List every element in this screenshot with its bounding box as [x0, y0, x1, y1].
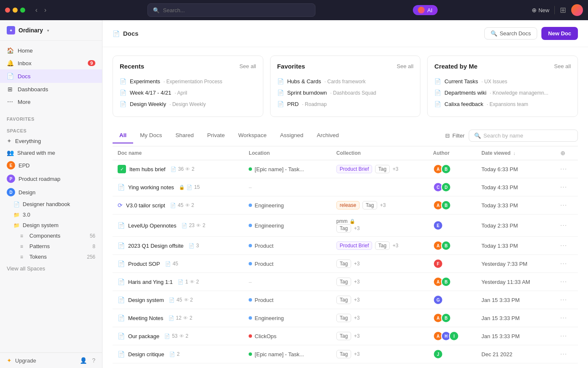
tab-my-docs[interactable]: My Docs [133, 128, 169, 143]
back-button[interactable]: ‹ [33, 5, 40, 15]
sidebar-item-shared[interactable]: 👥 Shared with me [0, 147, 102, 159]
tag[interactable]: Tag [336, 224, 351, 233]
tab-assigned[interactable]: Assigned [273, 128, 310, 143]
global-search-input[interactable] [163, 7, 310, 13]
tag[interactable]: Tag [375, 165, 390, 173]
row-options-icon[interactable]: ··· [560, 165, 567, 172]
created-by-me-see-all[interactable]: See all [554, 63, 571, 69]
add-column-icon[interactable]: ⊕ [560, 150, 565, 156]
list-item[interactable]: 📄 PRD · Roadmap [277, 98, 414, 110]
help-icon[interactable]: ? [92, 357, 95, 364]
minimize-dot[interactable] [13, 8, 18, 13]
list-item[interactable]: 📄 Week 4/17 - 4/21 · April [120, 87, 256, 98]
col-date-viewed[interactable]: Date viewed ↓ [476, 146, 555, 160]
sidebar-item-design[interactable]: D Design [0, 185, 102, 199]
doc-name-cell[interactable]: 📄 Product SOP 📄 45 [113, 255, 244, 273]
tag[interactable]: Product Brief [336, 165, 372, 173]
search-by-name[interactable]: 🔍 Search by name [469, 130, 578, 142]
sidebar-item-epd[interactable]: E EPD [0, 159, 102, 172]
list-item[interactable]: 📄 Design Weekly · Design Weekly [120, 98, 256, 110]
tab-all[interactable]: All [113, 128, 133, 143]
list-item[interactable]: 📄 Experiments · Experimentation Process [120, 76, 256, 87]
row-options-icon[interactable]: ··· [560, 222, 567, 229]
doc-icon: 📄 [118, 222, 125, 229]
tree-item-designer-handbook[interactable]: 📄 Designer handbook [0, 199, 102, 209]
sidebar-item-more[interactable]: ⋯ More [0, 95, 102, 108]
tab-archived[interactable]: Archived [310, 128, 346, 143]
doc-name-cell[interactable]: 📄 Design critique 📄 2 [113, 345, 244, 363]
tag[interactable]: Tag [336, 332, 351, 340]
row-options-icon[interactable]: ··· [560, 260, 567, 267]
list-item[interactable]: 📄 Hubs & Cards · Cards framework [277, 76, 414, 87]
tree-item-30[interactable]: 📁 3.0 [0, 209, 102, 220]
tag[interactable]: Tag [336, 314, 351, 322]
doc-name-cell[interactable]: 📄 Design system 📄 45 👁 2 [113, 291, 244, 309]
sidebar-item-dashboards[interactable]: ⊞ Dashboards [0, 83, 102, 95]
filter-button[interactable]: ⊟ Filter [445, 132, 465, 139]
list-item[interactable]: 📄 Departments wiki · Knowledge managemn.… [434, 87, 571, 98]
sidebar-item-product[interactable]: P Product roadmap [0, 172, 102, 185]
author-cell: C D [428, 178, 476, 196]
new-doc-row[interactable]: + + New Doc [113, 363, 578, 368]
sidebar-item-everything[interactable]: ✦ Everything [0, 135, 102, 147]
doc-name-cell[interactable]: 📄 Haris and Ying 1:1 📄 1 👁 2 [113, 273, 244, 291]
row-options-icon[interactable]: ··· [560, 332, 567, 339]
list-item[interactable]: 📄 Current Tasks · UX Issues [434, 76, 571, 87]
tab-workspace[interactable]: Workspace [231, 128, 273, 143]
row-options-icon[interactable]: ··· [560, 201, 567, 209]
sidebar-item-home[interactable]: 🏠 Home [0, 44, 102, 57]
tab-private[interactable]: Private [200, 128, 231, 143]
user-avatar[interactable] [571, 4, 583, 16]
doc-name-cell[interactable]: ⟳ V3.0 tailor script 📄 45 👁 2 [113, 196, 244, 214]
row-options-icon[interactable]: ··· [560, 278, 567, 285]
doc-icon: 📄 [277, 78, 284, 85]
ai-button[interactable]: AI [413, 5, 437, 15]
tree-item-tokens[interactable]: ≡ Tokens 256 [0, 252, 102, 262]
tag[interactable]: Tag [336, 350, 351, 358]
row-options-icon[interactable]: ··· [560, 183, 567, 191]
upgrade-label[interactable]: Upgrade [15, 357, 76, 364]
tag[interactable]: Tag [362, 201, 377, 209]
row-options-icon[interactable]: ··· [560, 242, 567, 249]
row-options-icon[interactable]: ··· [560, 350, 567, 357]
tab-shared[interactable]: Shared [169, 128, 201, 143]
new-doc-button[interactable]: New Doc [541, 27, 578, 40]
new-button[interactable]: ⊕ New [532, 7, 549, 13]
avatar: E [433, 220, 443, 230]
tag[interactable]: Tag [336, 259, 351, 268]
row-options-icon[interactable]: ··· [560, 296, 567, 303]
maximize-dot[interactable] [20, 8, 25, 13]
tag[interactable]: Tag [375, 241, 390, 250]
favorites-see-all[interactable]: See all [397, 63, 414, 69]
row-options-icon[interactable]: ··· [560, 314, 567, 321]
forward-button[interactable]: › [42, 5, 49, 15]
sidebar-item-inbox[interactable]: 🔔 Inbox 9 [0, 57, 102, 69]
tag[interactable]: Tag [336, 296, 351, 304]
tree-item-design-system[interactable]: 📁 Design system [0, 220, 102, 230]
add-member-icon[interactable]: 👤 [80, 357, 87, 364]
doc-name-cell[interactable]: 📄 Our package 📄 53 👁 2 [113, 327, 244, 345]
recents-see-all[interactable]: See all [239, 63, 256, 69]
tree-item-patterns[interactable]: ≡ Patterns 8 [0, 241, 102, 252]
global-search-bar[interactable]: 🔍 [147, 3, 315, 17]
doc-name-cell[interactable]: 📄 LevelUp Opennotes 📄 23 👁 2 [113, 214, 244, 237]
author-avatars: G [433, 295, 471, 305]
tag[interactable]: Tag [336, 278, 351, 286]
list-item[interactable]: 📄 Calixa feedback · Expansions team [434, 98, 571, 110]
viewers-icon: 👁 [183, 315, 188, 320]
view-all-spaces[interactable]: View all Spaces [0, 262, 102, 275]
doc-name-cell[interactable]: 📄 Meeting Notes 📄 12 👁 2 [113, 309, 244, 327]
tag[interactable]: release [336, 201, 360, 209]
doc-name-cell[interactable]: 📄 2023 Q1 Design offsite 📄 3 [113, 237, 244, 255]
search-docs-button[interactable]: 🔍 Search Docs [484, 27, 537, 40]
tree-item-components[interactable]: ≡ Components 56 [0, 230, 102, 241]
sidebar-item-docs[interactable]: 📄 Docs ··· [0, 69, 102, 83]
doc-name-cell[interactable]: 📄 Ying working notes 🔒 📄 15 [113, 178, 244, 196]
grid-icon[interactable]: ⊞ [560, 5, 566, 15]
pages-icon: 📄 [164, 334, 170, 339]
doc-name-cell[interactable]: ✓ Item hubs brief 📄 36 👁 2 [113, 160, 244, 178]
recents-card-header: Recents See all [120, 63, 256, 70]
close-dot[interactable] [5, 8, 10, 13]
list-item[interactable]: 📄 Sprint burndown · Dashboards Squad [277, 87, 414, 98]
tag[interactable]: Product Brief [336, 241, 372, 250]
